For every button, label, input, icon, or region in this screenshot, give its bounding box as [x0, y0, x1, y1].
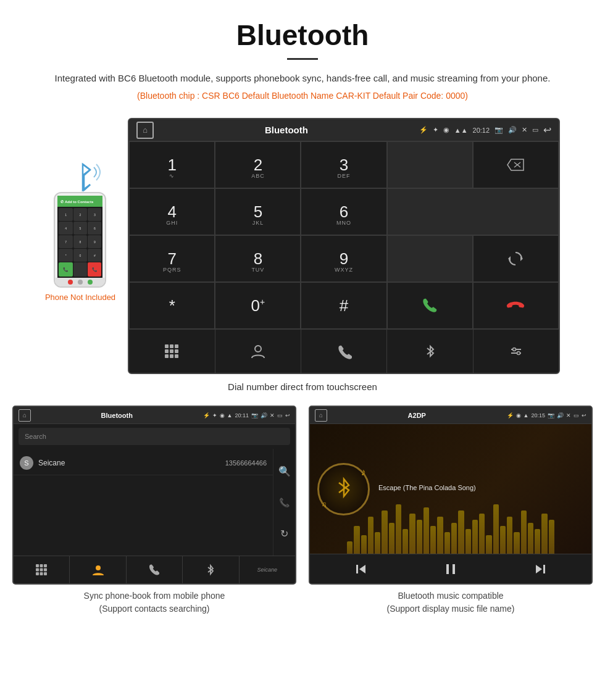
dial-key-2[interactable]: 2 ABC — [215, 141, 301, 188]
phonebook-android-screen: ⌂ Bluetooth ⚡✦◉▲ 20:11 📷🔊✕▭↩ Search — [12, 406, 296, 585]
pb-contacts-icon[interactable] — [70, 556, 126, 583]
music-status-icons: ⚡◉▲ 20:15 📷🔊✕▭↩ — [507, 412, 586, 419]
dial-status-bar: ⌂ Bluetooth ⚡ ✦ ◉ ▲▲ 20:12 📷 🔊 ✕ ▭ ↩ — [129, 119, 559, 141]
main-section: ✆ Add to Contacts 123 456 789 *0# 📞 📞 — [12, 118, 593, 374]
specs-text: (Bluetooth chip : CSR BC6 Default Blueto… — [12, 91, 593, 101]
dial-key-7[interactable]: 7 PQRS — [129, 235, 215, 282]
dial-empty-3 — [387, 235, 473, 282]
music-main-area: ♪ ♫ Escape (The Pina Colada Song) — [310, 424, 591, 554]
back-icon[interactable]: ↩ — [543, 124, 551, 136]
svg-point-20 — [512, 348, 515, 351]
dial-android-screen: ⌂ Bluetooth ⚡ ✦ ◉ ▲▲ 20:12 📷 🔊 ✕ ▭ ↩ — [128, 118, 560, 374]
music-info: Escape (The Pina Colada Song) — [378, 484, 584, 494]
time-display: 20:12 — [473, 127, 490, 134]
home-icon[interactable]: ⌂ — [136, 122, 154, 139]
svg-rect-16 — [175, 354, 178, 358]
pb-seicane-watermark: Seicane — [240, 556, 295, 583]
phone-body: ✆ Add to Contacts 123 456 789 *0# 📞 📞 — [54, 192, 106, 288]
dial-key-star[interactable]: * — [129, 282, 215, 329]
signal-icon: ▲▲ — [454, 127, 468, 134]
svg-line-2 — [84, 185, 90, 190]
next-track-button[interactable] — [496, 562, 585, 576]
music-status-title: A2DP — [327, 412, 507, 419]
phonebook-home-icon[interactable]: ⌂ — [19, 409, 31, 422]
svg-rect-24 — [44, 564, 47, 567]
refresh-icon[interactable]: ↻ — [280, 528, 288, 540]
dial-grid: 1 ∿ 2 ABC 3 DEF — [129, 141, 559, 329]
svg-rect-27 — [44, 569, 47, 572]
dial-key-6[interactable]: 6 MNO — [301, 188, 386, 235]
svg-point-21 — [517, 352, 520, 355]
phonebook-right-icons: 🔍 📞 ↻ — [273, 449, 295, 556]
play-pause-button[interactable] — [406, 562, 495, 576]
svg-rect-25 — [36, 569, 39, 572]
music-caption: Bluetooth music compatible (Support disp… — [309, 590, 593, 615]
settings-icon-btn[interactable] — [474, 330, 559, 373]
pb-phone-icon[interactable] — [127, 556, 183, 583]
music-note-icon-2: ♫ — [322, 500, 327, 509]
music-home-icon[interactable]: ⌂ — [315, 409, 327, 422]
dial-key-9[interactable]: 9 WXYZ — [301, 235, 386, 282]
bluetooth-icon-btn[interactable] — [387, 330, 473, 373]
phone-not-included-label: Phone Not Included — [45, 293, 115, 302]
dial-backspace[interactable] — [473, 141, 559, 188]
svg-rect-34 — [446, 564, 449, 574]
dial-key-4[interactable]: 4 GHI — [129, 188, 215, 235]
pb-bluetooth-icon[interactable] — [183, 556, 239, 583]
dialpad-icon-btn[interactable] — [129, 330, 215, 373]
call-icon[interactable]: 📞 — [279, 498, 290, 507]
contact-row[interactable]: S Seicane 13566664466 — [14, 451, 273, 475]
phonebook-status-title: Bluetooth — [31, 412, 203, 419]
dial-key-0[interactable]: 0+ — [215, 282, 301, 329]
music-bottom-bar — [310, 554, 591, 583]
prev-track-button[interactable] — [316, 562, 406, 576]
phonebook-list: S Seicane 13566664466 — [14, 449, 273, 556]
phonebook-content: S Seicane 13566664466 🔍 📞 ↻ — [14, 449, 295, 556]
music-screen-wrap: ⌂ A2DP ⚡◉▲ 20:15 📷🔊✕▭↩ — [309, 406, 593, 615]
dial-caption: Dial number direct from touchscreen — [12, 381, 593, 392]
svg-rect-15 — [170, 354, 173, 358]
dial-bottom-bar — [129, 329, 559, 373]
phonebook-status-bar: ⌂ Bluetooth ⚡✦◉▲ 20:11 📷🔊✕▭↩ — [14, 407, 295, 424]
svg-rect-28 — [36, 572, 39, 575]
dial-key-3[interactable]: 3 DEF — [301, 141, 386, 188]
svg-marker-36 — [536, 565, 542, 573]
dial-key-5[interactable]: 5 JKL — [215, 188, 301, 235]
svg-rect-8 — [165, 344, 169, 348]
page-title: Bluetooth — [12, 19, 593, 52]
dial-key-hash[interactable]: # — [301, 282, 386, 329]
close-icon: ✕ — [522, 126, 527, 134]
screen-icon: ▭ — [532, 126, 538, 134]
phonebook-bottom-bar: Seicane — [14, 556, 295, 583]
song-title: Escape (The Pina Colada Song) — [378, 484, 584, 491]
svg-rect-10 — [175, 344, 178, 348]
search-icon[interactable]: 🔍 — [278, 465, 291, 477]
phone-illustration: ✆ Add to Contacts 123 456 789 *0# 📞 📞 — [45, 155, 115, 302]
svg-marker-3 — [507, 159, 524, 170]
dial-refresh[interactable] — [473, 235, 559, 282]
dial-call-button[interactable] — [387, 282, 473, 329]
dial-key-1[interactable]: 1 ∿ — [129, 141, 215, 188]
phonebook-caption: Sync phone-book from mobile phone (Suppo… — [12, 590, 296, 615]
svg-rect-29 — [40, 572, 43, 575]
pb-dialpad-icon[interactable] — [14, 556, 70, 583]
description-text: Integrated with BC6 Bluetooth module, su… — [12, 71, 593, 86]
svg-rect-9 — [170, 344, 173, 348]
svg-point-31 — [96, 565, 101, 570]
dial-status-title: Bluetooth — [154, 125, 419, 135]
usb-icon: ⚡ — [419, 126, 428, 134]
svg-rect-14 — [165, 354, 169, 358]
search-placeholder: Search — [25, 433, 46, 440]
dial-key-8[interactable]: 8 TUV — [215, 235, 301, 282]
phonebook-screen-wrap: ⌂ Bluetooth ⚡✦◉▲ 20:11 📷🔊✕▭↩ Search — [12, 406, 296, 615]
dial-end-call-button[interactable] — [473, 282, 559, 329]
svg-rect-13 — [175, 349, 178, 353]
contacts-icon-btn[interactable] — [215, 330, 301, 373]
contact-avatar: S — [20, 456, 33, 470]
status-bar-left: ⌂ — [136, 122, 154, 139]
bottom-screens-section: ⌂ Bluetooth ⚡✦◉▲ 20:11 📷🔊✕▭↩ Search — [12, 406, 593, 615]
phone-icon-btn[interactable] — [301, 330, 387, 373]
phonebook-search-bar[interactable]: Search — [19, 428, 290, 445]
svg-rect-23 — [40, 564, 43, 567]
svg-rect-12 — [170, 349, 173, 353]
